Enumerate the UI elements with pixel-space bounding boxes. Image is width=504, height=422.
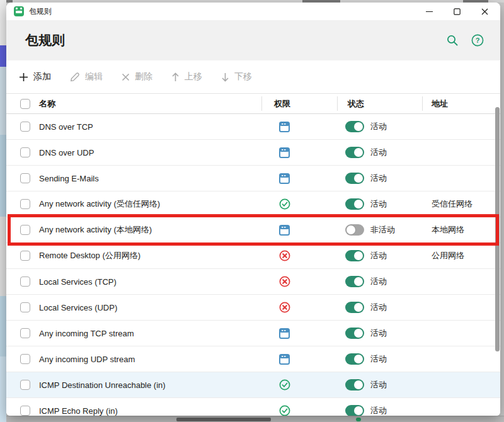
move-up-button[interactable]: 上移 [171,71,202,83]
row-checkbox[interactable] [20,147,30,157]
row-checkbox[interactable] [20,302,30,312]
rule-name: ICMP Destination Unreachable (in) [39,380,166,390]
vertical-scrollbar-thumb[interactable] [495,107,500,351]
status-label: 非活动 [370,224,395,236]
permission-cell [279,276,337,287]
rule-name: ICMP Echo Reply (in) [39,406,118,416]
table-row[interactable]: Any network activity (本地网络) 非活动 本地网络 [6,217,500,243]
status-toggle[interactable] [345,198,364,210]
close-button[interactable] [475,4,494,18]
permission-cell [279,173,337,184]
column-header-status: 状态 [337,98,422,110]
svg-text:?: ? [476,37,480,44]
background-text-smudge [176,418,271,421]
table-row[interactable]: ICMP Destination Unreachable (in) 活动 [6,372,500,398]
status-toggle[interactable] [345,405,364,416]
delete-button[interactable]: 删除 [122,71,152,83]
status-toggle[interactable] [345,353,364,365]
row-checkbox[interactable] [20,122,30,132]
move-down-button[interactable]: 下移 [221,71,252,83]
status-toggle[interactable] [345,147,364,158]
status-label: 活动 [370,302,387,313]
status-label: 活动 [370,250,387,261]
help-icon[interactable]: ? [471,34,484,47]
row-checkbox[interactable] [20,225,30,235]
row-checkbox[interactable] [20,328,30,338]
rule-name: Any network activity (本地网络) [39,224,152,236]
column-header-address: 地址 [422,98,500,110]
block-circle-icon [279,276,290,287]
status-toggle[interactable] [345,121,364,132]
status-toggle[interactable] [345,379,364,391]
table-row[interactable]: Local Services (TCP) 活动 [6,269,500,295]
row-checkbox[interactable] [20,354,30,364]
permission-cell [279,405,337,416]
permission-cell [279,198,337,210]
kaspersky-shield-icon [14,6,24,16]
status-label: 活动 [370,121,387,132]
status-label: 活动 [370,198,387,210]
column-divider [422,96,423,111]
status-label: 活动 [370,379,387,391]
address-cell: 受信任网络 [422,198,500,210]
delete-button-label: 删除 [135,71,152,83]
background-window-bottom-edge [6,416,504,422]
permission-cell [279,302,337,313]
table-row[interactable]: DNS over UDP 活动 [6,140,500,166]
table-row[interactable]: Remote Desktop (公用网络) 活动 公用网络 [6,243,500,269]
status-label: 活动 [370,147,387,158]
check-circle-icon [279,379,290,391]
row-checkbox[interactable] [20,173,30,183]
row-checkbox[interactable] [20,380,30,390]
status-label: 活动 [370,173,387,184]
rule-name: DNS over TCP [39,122,93,132]
status-toggle[interactable] [345,224,364,236]
select-all-checkbox[interactable] [20,99,30,109]
column-header-permission: 权限 [261,98,337,110]
add-button-label: 添加 [33,71,51,83]
status-label: 活动 [370,276,387,287]
dialog-header: 包规则 ? [6,20,500,60]
table-row[interactable]: Any incoming UDP stream 活动 [6,346,500,372]
add-button[interactable]: 添加 [19,71,51,83]
window-title: 包规则 [29,6,420,17]
window-icon [279,225,290,236]
column-divider [261,96,262,111]
table-row[interactable]: Any network activity (受信任网络) 活动 受信任网络 [6,191,500,217]
table-row[interactable]: DNS over TCP 活动 [6,114,500,140]
table-row[interactable]: ICMP Echo Reply (in) 活动 [6,398,500,416]
address-cell: 本地网络 [422,224,500,236]
status-label: 活动 [370,328,387,339]
row-checkbox[interactable] [20,277,30,287]
table-header: 名称 权限 状态 地址 [6,93,500,114]
packet-rules-dialog: 包规则 包规则 ? 添加 [6,3,500,416]
table-row[interactable]: Any incoming TCP stream 活动 [6,321,500,346]
rule-name: Any network activity (受信任网络) [39,198,160,210]
rule-name: Remote Desktop (公用网络) [39,250,140,261]
rule-name: Local Services (TCP) [39,277,117,287]
background-window-left-edge [0,0,6,422]
edit-button[interactable]: 编辑 [70,71,103,83]
window-icon [279,147,290,158]
row-checkbox[interactable] [20,406,30,416]
permission-cell [279,354,337,365]
window-icon [279,354,290,365]
status-toggle[interactable] [345,276,364,287]
status-toggle[interactable] [345,328,364,339]
move-down-button-label: 下移 [234,71,252,83]
permission-cell [279,250,337,261]
maximize-button[interactable] [447,4,466,18]
row-checkbox[interactable] [20,251,30,261]
status-toggle[interactable] [345,250,364,261]
table-row[interactable]: Sending E-Mails 活动 [6,166,500,191]
check-circle-icon [279,198,290,210]
search-icon[interactable] [446,34,459,47]
permission-cell [279,122,337,132]
rule-name: Sending E-Mails [39,174,99,183]
row-checkbox[interactable] [20,199,30,209]
table-row[interactable]: Local Services (UDP) 活动 [6,295,500,321]
status-toggle[interactable] [345,173,364,184]
column-header-name: 名称 [39,98,55,110]
status-toggle[interactable] [345,302,364,313]
minimize-button[interactable] [420,4,438,18]
